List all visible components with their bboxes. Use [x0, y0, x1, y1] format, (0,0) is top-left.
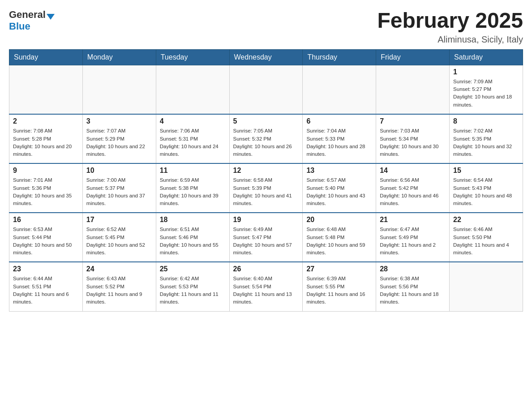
- day-number: 10: [86, 167, 152, 175]
- day-number: 24: [86, 265, 152, 273]
- table-row: 17Sunrise: 6:52 AMSunset: 5:45 PMDayligh…: [82, 213, 156, 262]
- table-row: 25Sunrise: 6:42 AMSunset: 5:53 PMDayligh…: [156, 262, 229, 311]
- day-info: Sunrise: 6:56 AMSunset: 5:42 PMDaylight:…: [380, 176, 446, 207]
- day-number: 8: [453, 117, 519, 125]
- col-sunday: Sunday: [9, 49, 83, 65]
- day-info: Sunrise: 7:00 AMSunset: 5:37 PMDaylight:…: [86, 176, 152, 207]
- page-header: General Blue February 2025 Aliminusa, Si…: [9, 9, 523, 45]
- calendar-table: Sunday Monday Tuesday Wednesday Thursday…: [9, 49, 523, 312]
- table-row: 7Sunrise: 7:03 AMSunset: 5:34 PMDaylight…: [376, 114, 450, 163]
- day-number: 2: [13, 117, 79, 125]
- table-row: 6Sunrise: 7:04 AMSunset: 5:33 PMDaylight…: [303, 114, 376, 163]
- day-info: Sunrise: 6:51 AMSunset: 5:46 PMDaylight:…: [160, 226, 226, 257]
- table-row: 20Sunrise: 6:48 AMSunset: 5:48 PMDayligh…: [303, 213, 376, 262]
- day-number: 25: [160, 265, 226, 273]
- day-info: Sunrise: 7:07 AMSunset: 5:29 PMDaylight:…: [86, 127, 152, 158]
- day-number: 28: [380, 265, 446, 273]
- col-friday: Friday: [376, 49, 450, 65]
- day-number: 17: [86, 216, 152, 224]
- title-section: February 2025 Aliminusa, Sicily, Italy: [377, 9, 523, 45]
- table-row: 16Sunrise: 6:53 AMSunset: 5:44 PMDayligh…: [9, 213, 83, 262]
- day-number: 12: [233, 167, 299, 175]
- day-number: 9: [13, 167, 79, 175]
- logo: General Blue: [9, 9, 55, 32]
- day-info: Sunrise: 6:48 AMSunset: 5:48 PMDaylight:…: [306, 226, 372, 257]
- table-row: 13Sunrise: 6:57 AMSunset: 5:40 PMDayligh…: [303, 163, 376, 213]
- table-row: 23Sunrise: 6:44 AMSunset: 5:51 PMDayligh…: [9, 262, 83, 311]
- table-row: 24Sunrise: 6:43 AMSunset: 5:52 PMDayligh…: [82, 262, 156, 311]
- table-row: 15Sunrise: 6:54 AMSunset: 5:43 PMDayligh…: [450, 163, 523, 213]
- day-info: Sunrise: 6:47 AMSunset: 5:49 PMDaylight:…: [380, 226, 446, 257]
- table-row: 8Sunrise: 7:02 AMSunset: 5:35 PMDaylight…: [450, 114, 523, 163]
- day-info: Sunrise: 7:09 AMSunset: 5:27 PMDaylight:…: [453, 78, 519, 109]
- day-number: 18: [160, 216, 226, 224]
- col-tuesday: Tuesday: [156, 49, 229, 65]
- table-row: 5Sunrise: 7:05 AMSunset: 5:32 PMDaylight…: [229, 114, 303, 163]
- day-number: 13: [306, 167, 372, 175]
- day-number: 15: [453, 167, 519, 175]
- table-row: 4Sunrise: 7:06 AMSunset: 5:31 PMDaylight…: [156, 114, 229, 163]
- col-wednesday: Wednesday: [229, 49, 303, 65]
- days-of-week-row: Sunday Monday Tuesday Wednesday Thursday…: [9, 49, 523, 65]
- day-info: Sunrise: 7:04 AMSunset: 5:33 PMDaylight:…: [306, 127, 372, 158]
- table-row: 27Sunrise: 6:39 AMSunset: 5:55 PMDayligh…: [303, 262, 376, 311]
- day-number: 6: [306, 117, 372, 125]
- day-info: Sunrise: 6:57 AMSunset: 5:40 PMDaylight:…: [306, 176, 372, 207]
- day-number: 14: [380, 167, 446, 175]
- day-info: Sunrise: 7:01 AMSunset: 5:36 PMDaylight:…: [13, 176, 79, 207]
- table-row: 3Sunrise: 7:07 AMSunset: 5:29 PMDaylight…: [82, 114, 156, 163]
- day-info: Sunrise: 6:58 AMSunset: 5:39 PMDaylight:…: [233, 176, 299, 207]
- day-number: 19: [233, 216, 299, 224]
- table-row: 18Sunrise: 6:51 AMSunset: 5:46 PMDayligh…: [156, 213, 229, 262]
- col-saturday: Saturday: [450, 49, 523, 65]
- day-info: Sunrise: 7:08 AMSunset: 5:28 PMDaylight:…: [13, 127, 79, 158]
- logo-arrow-icon: [47, 14, 55, 20]
- col-thursday: Thursday: [303, 49, 376, 65]
- table-row: [82, 65, 156, 114]
- day-number: 22: [453, 216, 519, 224]
- day-number: 27: [306, 265, 372, 273]
- table-row: 10Sunrise: 7:00 AMSunset: 5:37 PMDayligh…: [82, 163, 156, 213]
- day-number: 21: [380, 216, 446, 224]
- day-info: Sunrise: 6:59 AMSunset: 5:38 PMDaylight:…: [160, 176, 226, 207]
- table-row: 11Sunrise: 6:59 AMSunset: 5:38 PMDayligh…: [156, 163, 229, 213]
- table-row: [303, 65, 376, 114]
- table-row: 12Sunrise: 6:58 AMSunset: 5:39 PMDayligh…: [229, 163, 303, 213]
- table-row: [156, 65, 229, 114]
- day-number: 7: [380, 117, 446, 125]
- calendar-week-row: 1Sunrise: 7:09 AMSunset: 5:27 PMDaylight…: [9, 65, 523, 114]
- day-number: 11: [160, 167, 226, 175]
- logo-blue-text: Blue: [9, 21, 30, 32]
- day-info: Sunrise: 6:44 AMSunset: 5:51 PMDaylight:…: [13, 275, 79, 306]
- calendar-week-row: 23Sunrise: 6:44 AMSunset: 5:51 PMDayligh…: [9, 262, 523, 311]
- day-info: Sunrise: 6:49 AMSunset: 5:47 PMDaylight:…: [233, 226, 299, 257]
- calendar-week-row: 9Sunrise: 7:01 AMSunset: 5:36 PMDaylight…: [9, 163, 523, 213]
- table-row: [376, 65, 450, 114]
- table-row: 2Sunrise: 7:08 AMSunset: 5:28 PMDaylight…: [9, 114, 83, 163]
- day-info: Sunrise: 6:39 AMSunset: 5:55 PMDaylight:…: [306, 275, 372, 306]
- col-monday: Monday: [82, 49, 156, 65]
- table-row: [9, 65, 83, 114]
- day-info: Sunrise: 6:38 AMSunset: 5:56 PMDaylight:…: [380, 275, 446, 306]
- day-number: 3: [86, 117, 152, 125]
- table-row: 28Sunrise: 6:38 AMSunset: 5:56 PMDayligh…: [376, 262, 450, 311]
- day-info: Sunrise: 6:40 AMSunset: 5:54 PMDaylight:…: [233, 275, 299, 306]
- table-row: 9Sunrise: 7:01 AMSunset: 5:36 PMDaylight…: [9, 163, 83, 213]
- day-number: 4: [160, 117, 226, 125]
- day-info: Sunrise: 6:53 AMSunset: 5:44 PMDaylight:…: [13, 226, 79, 257]
- table-row: 14Sunrise: 6:56 AMSunset: 5:42 PMDayligh…: [376, 163, 450, 213]
- day-number: 20: [306, 216, 372, 224]
- day-info: Sunrise: 7:05 AMSunset: 5:32 PMDaylight:…: [233, 127, 299, 158]
- table-row: [229, 65, 303, 114]
- day-number: 1: [453, 68, 519, 76]
- table-row: 1Sunrise: 7:09 AMSunset: 5:27 PMDaylight…: [450, 65, 523, 114]
- calendar-week-row: 2Sunrise: 7:08 AMSunset: 5:28 PMDaylight…: [9, 114, 523, 163]
- day-number: 5: [233, 117, 299, 125]
- logo-general-text: General: [9, 9, 46, 21]
- calendar-subtitle: Aliminusa, Sicily, Italy: [377, 34, 523, 45]
- table-row: [450, 262, 523, 311]
- table-row: 19Sunrise: 6:49 AMSunset: 5:47 PMDayligh…: [229, 213, 303, 262]
- day-info: Sunrise: 7:03 AMSunset: 5:34 PMDaylight:…: [380, 127, 446, 158]
- day-number: 16: [13, 216, 79, 224]
- day-info: Sunrise: 6:54 AMSunset: 5:43 PMDaylight:…: [453, 176, 519, 207]
